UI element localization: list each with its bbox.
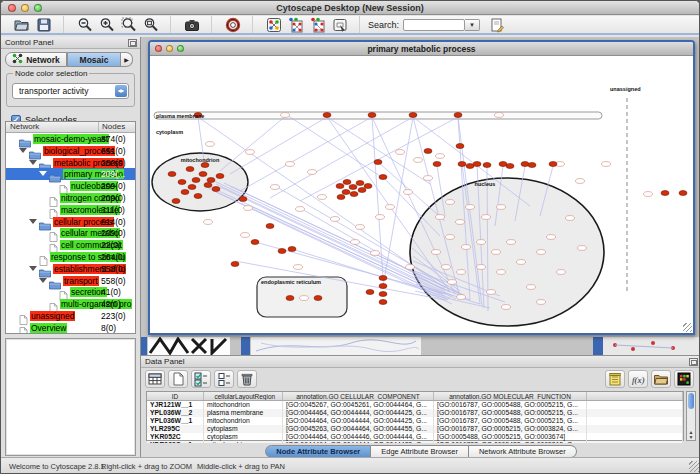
table-cell[interactable]: YPL036W__1 — [147, 417, 204, 425]
table-cell[interactable]: YPL036W__2 — [147, 409, 204, 417]
tree-row-nitrogen-compo[interactable]: nitrogen compo209(0) — [6, 192, 135, 204]
tab-network-attribute-browser[interactable]: Network Attribute Browser — [469, 445, 577, 458]
tree-row-cell-communicat[interactable]: cell communicat22(0) — [6, 239, 135, 251]
table-row-YKR052C[interactable]: YKR052Ccytoplasm[GO:0044464, GO:0044446,… — [147, 433, 683, 441]
background-window-fragment[interactable] — [148, 337, 230, 355]
region-plasma-membrane[interactable] — [154, 112, 602, 119]
import-attributes-icon[interactable] — [651, 370, 671, 388]
tree-row-cellular-metabo[interactable]: cellular metabo209(0) — [6, 227, 135, 239]
network-node[interactable] — [661, 191, 669, 196]
attribute-notes-icon[interactable] — [605, 370, 625, 388]
delete-attribute-icon[interactable] — [237, 370, 257, 388]
annotation-icon[interactable] — [488, 17, 506, 33]
float-panel-icon[interactable] — [689, 358, 698, 366]
network-node[interactable] — [506, 164, 514, 169]
network-node[interactable] — [286, 296, 294, 301]
network-node[interactable] — [379, 175, 387, 180]
tab-mosaic[interactable]: Mosaic — [67, 52, 121, 67]
network-node[interactable] — [483, 163, 491, 168]
node-color-dropdown[interactable]: transporter activity — [12, 83, 129, 99]
table-row-YPL036W__2[interactable]: YPL036W__2plasma membrane[GO:0044464, GO… — [147, 409, 683, 417]
table-cell[interactable]: cytoplasm — [204, 425, 283, 433]
tab-edge-attribute-browser[interactable]: Edge Attribute Browser — [371, 445, 469, 458]
table-cell[interactable]: [GO:0044464, GO:0044446, GO:0044444, G..… — [283, 433, 434, 441]
table-cell[interactable]: YKR052C — [147, 433, 204, 441]
column-header-1[interactable]: _cellularLayoutRegion — [204, 392, 283, 400]
column-header-0[interactable]: ID — [147, 392, 204, 400]
table-cell[interactable]: mitochondrion — [204, 417, 283, 425]
tree-row-overview[interactable]: Overview8(0) — [6, 322, 135, 334]
attribute-table-icon[interactable] — [145, 370, 165, 388]
column-header-2[interactable]: annotation.GO CELLULAR_COMPONENT — [283, 392, 434, 400]
network-node[interactable] — [366, 290, 374, 295]
network-node[interactable] — [231, 262, 239, 267]
zoom-in-icon[interactable] — [98, 17, 116, 33]
network-node[interactable] — [168, 172, 176, 177]
tree-row-cellular-process[interactable]: cellular process614(0) — [6, 216, 135, 228]
network-node[interactable] — [323, 113, 331, 118]
background-window-fragment[interactable] — [593, 337, 603, 355]
network-node[interactable] — [379, 300, 387, 305]
table-cell[interactable]: [GO:0016787, GO:0005488, GO:0005215, G..… — [434, 409, 587, 417]
disclosure-triangle-icon[interactable] — [39, 171, 47, 176]
network-node[interactable] — [374, 160, 382, 165]
network-node[interactable] — [458, 162, 466, 167]
tree-row-secretion[interactable]: secretion41(0) — [6, 286, 135, 298]
disclosure-triangle-icon[interactable] — [29, 219, 37, 224]
network-node[interactable] — [314, 296, 322, 301]
tree-row-nucleobase-[interactable]: nucleobase-209(0) — [6, 180, 135, 192]
network-view-titlebar[interactable]: primary metabolic process — [150, 42, 693, 56]
tree-row-unassigned[interactable]: unassigned223(0) — [6, 310, 135, 322]
table-row-YPL036W__1[interactable]: YPL036W__1mitochondrion[GO:0044464, GO:0… — [147, 417, 683, 425]
background-window-fragment[interactable] — [141, 337, 147, 355]
unselect-attributes-icon[interactable] — [214, 370, 234, 388]
table-cell[interactable]: [GO:0016787, GO:0005215, GO:0003824, G..… — [434, 425, 587, 433]
export-image-icon[interactable] — [183, 17, 201, 33]
network-node[interactable] — [204, 183, 212, 188]
network-node[interactable] — [201, 163, 209, 168]
help-icon[interactable] — [224, 17, 242, 33]
network-node[interactable] — [350, 192, 358, 197]
tree-row-primary-metabo[interactable]: primary metabo209(... — [6, 168, 135, 180]
tree-row-response-to-stimulu[interactable]: response to stimulu264(0) — [6, 251, 135, 263]
network-node[interactable] — [358, 188, 366, 193]
app-resize-grip[interactable] — [689, 461, 700, 472]
tab-overflow-button[interactable]: ▶ — [121, 52, 133, 67]
network-node[interactable] — [251, 240, 259, 245]
network-node[interactable] — [349, 185, 357, 190]
table-scrollbar[interactable]: ▲▼ — [686, 391, 696, 441]
tab-node-attribute-browser[interactable]: Node Attribute Browser — [265, 445, 371, 458]
create-attribute-icon[interactable] — [168, 370, 188, 388]
save-session-icon[interactable] — [35, 17, 53, 33]
network-node[interactable] — [186, 167, 194, 172]
table-cell[interactable]: [GO:0016787, GO:0005488, GO:0005215, G..… — [434, 417, 587, 425]
tree-row-biological-process[interactable]: biological_process651(0) — [6, 145, 135, 157]
network-node[interactable] — [528, 163, 536, 168]
network-node[interactable] — [212, 187, 220, 192]
background-window-fragment[interactable] — [241, 337, 250, 355]
table-cell[interactable]: [GO:0045263, GO:0044464, GO:0044455, G..… — [283, 425, 434, 433]
network-node[interactable] — [379, 284, 387, 289]
scrollbar-thumb[interactable] — [688, 393, 694, 409]
tree-column-network[interactable]: Network — [6, 122, 99, 132]
tree-row-establishment-of-lo[interactable]: establishment of lo558(0) — [6, 263, 135, 275]
network-node[interactable] — [181, 190, 189, 195]
network-canvas[interactable]: plasma membranecytoplasmmitochondrionnuc… — [150, 56, 693, 332]
network-node[interactable] — [549, 162, 557, 167]
column-header-3[interactable]: annotation.GO MOLECULAR_FUNCTION — [434, 392, 587, 400]
graphics-settings-icon[interactable] — [331, 17, 349, 33]
network-node[interactable] — [379, 292, 387, 297]
table-cell[interactable]: YJR121W__1 — [147, 401, 204, 409]
table-row-YJR121W__1[interactable]: YJR121W__1mitochondrion[GO:0045267, GO:0… — [147, 401, 683, 409]
background-window-fragment[interactable] — [251, 337, 421, 355]
tree-row-metabolic-process[interactable]: metabolic process280(0) — [6, 157, 135, 169]
network-node[interactable] — [336, 184, 344, 189]
table-cell[interactable]: plasma membrane — [204, 409, 283, 417]
network-node[interactable] — [424, 149, 432, 154]
table-cell[interactable]: [GO:0044464, GO:0044444, GO:0044425, G..… — [283, 409, 434, 417]
tree-row-mosaic-demo-yeast[interactable]: mosaic-demo-yeast874(0) — [6, 133, 135, 145]
network-node[interactable] — [288, 247, 296, 252]
zoom-out-icon[interactable] — [76, 17, 94, 33]
network-node[interactable] — [199, 172, 207, 177]
search-dropdown-button[interactable]: ▼ — [465, 19, 480, 31]
